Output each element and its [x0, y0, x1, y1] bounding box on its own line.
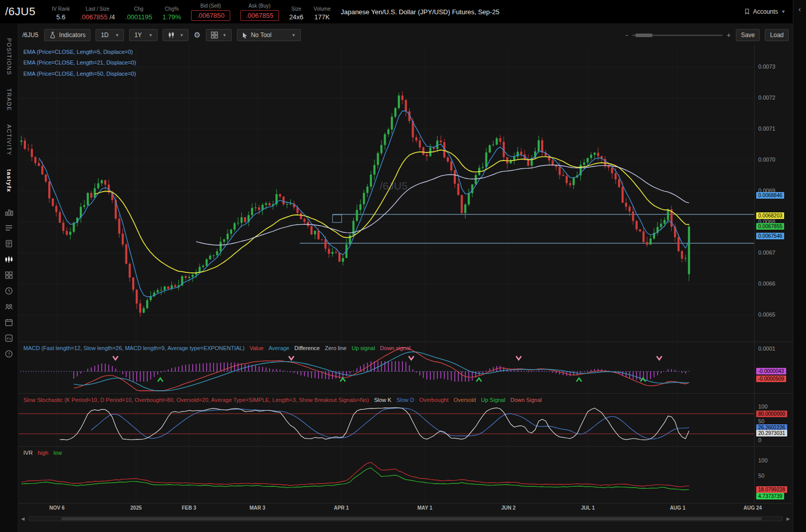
price-chart[interactable]: /6JU5: [18, 45, 754, 341]
scrollbar-handle[interactable]: [61, 517, 762, 520]
stochastic-chart[interactable]: [18, 394, 754, 447]
time-tick: FEB 3: [182, 505, 196, 511]
tool-value: No Tool: [251, 32, 271, 39]
quote-field-label: Chg: [134, 6, 143, 12]
sidebar-icons: Fx?: [4, 207, 14, 359]
scroll-right-arrow[interactable]: ▶: [785, 516, 792, 521]
side-social-icon[interactable]: [4, 302, 14, 312]
zoom-out-button[interactable]: -: [626, 31, 628, 39]
chevron-down-icon: ▼: [292, 33, 296, 38]
main-row: POSITIONSTRADEACTIVITYtastyfx Fx? /6JU5 …: [0, 23, 793, 532]
quote-iv-rank: IV Rank5.6: [52, 6, 70, 21]
drawing-tool-dropdown[interactable]: No Tool ▼: [237, 29, 301, 41]
axis-tick: 50: [758, 473, 764, 479]
settings-gear-icon[interactable]: ⚙: [194, 30, 200, 40]
stochastic-axis[interactable]: 10080.00000005026.260222620.29730310: [754, 394, 793, 446]
quote-bid-sell-[interactable]: Bid (Sell).0067850: [191, 3, 230, 21]
macd-panel: MACD (Fast length=12, Slow length=26, MA…: [18, 341, 793, 393]
quote-field-label: Last / Size: [86, 6, 110, 12]
macd-axis[interactable]: 0.0001-0.0000043-0.0000509: [754, 342, 793, 393]
zoom-slider-handle[interactable]: [635, 34, 653, 37]
sidebar-tabs: POSITIONSTRADEACTIVITYtastyfx: [6, 32, 12, 199]
save-button[interactable]: Save: [736, 29, 760, 41]
side-watchlist-icon[interactable]: [4, 223, 14, 233]
quote-volume: Volume177K: [314, 6, 330, 21]
indicators-button[interactable]: Indicators: [44, 29, 90, 41]
sidebar-tab-tastyfx[interactable]: tastyfx: [6, 163, 12, 199]
ivr-axis[interactable]: 1005018.07992284.7373739: [754, 447, 793, 503]
quote-field-label: Chg%: [165, 6, 178, 12]
axis-value-box: -0.0000043: [756, 368, 786, 374]
quote-fields: IV Rank5.6Last / Size.0067855 /4Chg.0001…: [52, 3, 330, 21]
axis-tick: 50: [758, 418, 764, 424]
axis-value-box: 0.0068203: [756, 212, 784, 219]
chevron-left-icon[interactable]: ‹: [798, 5, 801, 532]
chart-scrollbar: ◀ ▶: [19, 515, 792, 523]
axis-tick: 0.0072: [758, 95, 776, 101]
axis-value-box: 0.0067855: [756, 223, 784, 230]
time-tick: AUG 1: [670, 505, 686, 511]
time-tick: NOV 6: [49, 505, 65, 511]
axis-tick: 0.0065: [758, 311, 776, 318]
quote-field-value[interactable]: .0067850: [191, 10, 230, 21]
macd-chart[interactable]: [18, 342, 754, 394]
side-fx-icon[interactable]: Fx: [4, 333, 14, 343]
side-pages-icon[interactable]: [4, 239, 14, 249]
quote-field-value[interactable]: .0067855: [240, 10, 279, 21]
grid-layout-dropdown[interactable]: ▼: [206, 29, 232, 41]
axis-value-box: 0.0067546: [756, 233, 784, 239]
time-tick: APR 1: [334, 505, 349, 511]
left-sidebar: POSITIONSTRADEACTIVITYtastyfx Fx?: [0, 23, 18, 532]
side-help-icon[interactable]: ?: [4, 349, 14, 359]
instrument-name: Japanese Yen/U.S. Dollar (JPY/USD) Futur…: [340, 8, 499, 16]
range-dropdown[interactable]: 1Y ▼: [129, 29, 158, 41]
svg-text:Fx: Fx: [7, 336, 11, 341]
quote-last-size: Last / Size.0067855 /4: [80, 6, 115, 21]
side-stats-icon[interactable]: [4, 207, 14, 217]
sidebar-tab-positions[interactable]: POSITIONS: [6, 32, 12, 82]
quote-ask-buy-[interactable]: Ask (Buy).0067855: [240, 3, 279, 21]
side-calendar-icon[interactable]: [4, 318, 14, 328]
range-value: 1Y: [134, 32, 142, 39]
side-history-icon[interactable]: [4, 286, 14, 296]
axis-value-box: -0.0000509: [756, 375, 786, 382]
axis-tick: 0.0001: [758, 346, 776, 352]
quote-header: /6JU5 IV Rank5.6Last / Size.0067855 /4Ch…: [0, 0, 793, 23]
ivr-panel: IVRhighlow 1005018.07992284.7373739: [18, 446, 793, 503]
quote-size: Size24x6: [289, 6, 303, 21]
quote-field-value: 5.6: [56, 13, 66, 21]
axis-tick: 100: [758, 457, 767, 463]
zoom-in-button[interactable]: +: [727, 31, 731, 39]
axis-tick: 0: [758, 437, 761, 443]
axis-value-box: 18.0799228: [756, 486, 787, 493]
chart-style-dropdown[interactable]: ▼: [163, 29, 189, 41]
quote-field-value: 177K: [315, 13, 330, 21]
axis-tick: 0.0073: [758, 64, 776, 70]
scroll-left-arrow[interactable]: ◀: [19, 516, 26, 521]
quote-field-label: Bid (Sell): [200, 3, 221, 9]
ribbon-icon: [744, 8, 750, 15]
sidebar-tab-trade[interactable]: TRADE: [6, 82, 12, 118]
time-tick: JUN 2: [501, 505, 515, 511]
ivr-chart[interactable]: [18, 447, 754, 504]
quote-field-value: .0001195: [125, 13, 152, 21]
svg-text:?: ?: [8, 352, 10, 357]
price-axis[interactable]: 0.00730.00720.00710.00700.00690.00680.00…: [754, 45, 793, 341]
trading-app: /6JU5 IV Rank5.6Last / Size.0067855 /4Ch…: [0, 0, 806, 532]
stochastic-panel: Slow Stochastic (K Period=10, D Period=1…: [18, 393, 793, 446]
time-axis[interactable]: NOV 62025FEB 3MAR 3APR 1MAY 1JUN 2JUL 1A…: [18, 503, 793, 512]
right-panel-collapsed: ‹: [793, 0, 806, 532]
sidebar-tab-activity[interactable]: ACTIVITY: [6, 118, 12, 163]
accounts-menu[interactable]: Accounts ▼: [744, 8, 786, 15]
chevron-down-icon: ▼: [223, 33, 227, 38]
timeframe-dropdown[interactable]: 1D ▼: [96, 29, 124, 41]
time-tick: MAY 1: [417, 505, 432, 511]
load-button[interactable]: Load: [765, 29, 789, 41]
side-charts-icon[interactable]: [4, 255, 14, 265]
quote-field-label: Volume: [314, 6, 330, 12]
time-tick: JUL 1: [581, 505, 595, 511]
axis-tick: 100: [758, 403, 767, 410]
side-grid-icon[interactable]: [4, 270, 14, 280]
scrollbar-track[interactable]: [28, 516, 783, 521]
zoom-slider[interactable]: [632, 35, 723, 36]
